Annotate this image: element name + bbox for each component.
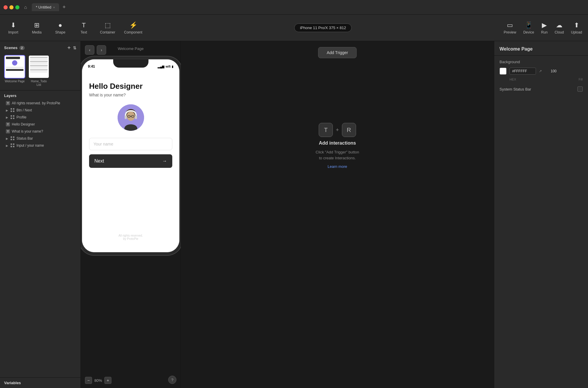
scenes-header: Scenes 2 + ⇅	[0, 41, 81, 53]
device-button[interactable]: 📱 Device	[523, 21, 534, 34]
bg-hex-value: #FFFFFF	[512, 69, 527, 73]
scenes-label: Scenes	[4, 46, 18, 50]
layer-type-icon-dots	[11, 108, 15, 112]
scene-preview-welcome	[4, 55, 25, 78]
cloud-label: Cloud	[555, 30, 564, 34]
nav-back-button[interactable]: ‹	[85, 45, 94, 55]
device-btn-label: Device	[523, 30, 534, 34]
layer-item-input[interactable]: ▶ Input / your name	[0, 142, 81, 149]
layer-name-input: Input / your name	[16, 143, 44, 148]
import-tool[interactable]: ⬇ Import	[6, 21, 21, 34]
interaction-plus: +	[336, 127, 339, 133]
phone-notch	[113, 59, 148, 68]
svg-rect-7	[135, 116, 137, 119]
toolbar-center: iPhone 11 Pro/X 375 × 812	[151, 24, 495, 32]
component-icon: ⚡	[129, 21, 137, 29]
tab-close-icon[interactable]: ×	[53, 6, 55, 9]
preview-label: Preview	[504, 30, 516, 34]
title-bar: ⌂ * Untitled × +	[0, 0, 588, 15]
maximize-button[interactable]	[15, 5, 19, 9]
phone-name-input[interactable]: Your name	[89, 138, 172, 150]
bg-expand-icon[interactable]: ↗	[539, 69, 542, 73]
layers-section: Layers T All rights reserved. by ProtoPi…	[0, 91, 81, 377]
signal-icon: ▂▄▆	[158, 65, 164, 68]
scenes-add-button[interactable]: +	[67, 45, 71, 51]
bg-labels: HEX Fill	[494, 78, 588, 84]
device-label: iPhone 11 Pro/X 375 × 812	[300, 26, 346, 30]
layer-item-statusbar[interactable]: ▶ Status Bar	[0, 135, 81, 142]
canvas-page-label: Welcome Page	[118, 46, 144, 51]
layer-name-statusbar: Status Bar	[16, 136, 33, 141]
layer-item-btn-next[interactable]: ▶ Btn / Next	[0, 107, 81, 114]
device-icon: 📱	[525, 21, 533, 29]
import-icon: ⬇	[11, 21, 16, 29]
canvas-left: ‹ › Welcome Page 9:41 ▂▄▆ wifi ▮	[81, 41, 181, 388]
preview-button[interactable]: ▭ Preview	[504, 21, 516, 34]
device-badge[interactable]: iPhone 11 Pro/X 375 × 812	[294, 24, 351, 32]
new-tab-button[interactable]: +	[63, 4, 66, 10]
bg-hex-input[interactable]: #FFFFFF	[510, 68, 536, 75]
canvas-nav-toolbar: ‹ ›	[85, 45, 106, 55]
zoom-out-button[interactable]: −	[85, 377, 92, 384]
traffic-lights	[4, 5, 19, 9]
add-trigger-button[interactable]: Add Trigger	[318, 47, 356, 58]
run-label: Run	[541, 30, 548, 34]
phone-avatar-container	[89, 104, 172, 131]
phone-input-placeholder: Your name	[93, 142, 113, 146]
scenes-grid: Welcome Page Home_Todo List	[0, 53, 81, 90]
layer-item-profile[interactable]: ▶ Profile	[0, 114, 81, 121]
layer-type-icon-t-what: T	[6, 129, 10, 133]
scenes-sort-icon[interactable]: ⇅	[73, 46, 76, 50]
phone-next-button[interactable]: Next →	[89, 154, 172, 168]
upload-button[interactable]: ⬆ Upload	[571, 21, 582, 34]
system-status-bar-toggle[interactable]	[577, 86, 583, 92]
media-icon: ⊞	[34, 21, 39, 29]
layer-item-copyright[interactable]: T All rights reserved. by ProtoPie	[0, 100, 81, 107]
run-button[interactable]: ▶ Run	[541, 21, 548, 34]
text-tool[interactable]: T Text	[76, 21, 91, 34]
layer-arrow-icon-input: ▶	[6, 144, 8, 147]
canvas-wrapper: ‹ › Welcome Page 9:41 ▂▄▆ wifi ▮	[81, 41, 494, 388]
layer-name-profile: Profile	[16, 115, 26, 119]
layer-type-icon-dots-status	[11, 136, 15, 141]
layer-type-icon-dots-input	[11, 143, 15, 148]
main-area: Scenes 2 + ⇅ Welcome Page	[0, 41, 588, 388]
phone-footer-line2: by ProtoPie	[89, 237, 172, 240]
canvas-zoom-controls: − 80% +	[85, 377, 111, 384]
close-button[interactable]	[4, 5, 8, 9]
upload-label: Upload	[571, 30, 582, 34]
help-button[interactable]: ?	[168, 376, 176, 384]
status-bar-label: System Status Bar	[500, 87, 531, 91]
scenes-count: 2	[19, 46, 25, 50]
right-panel: Welcome Page Background #FFFFFF ↗ 100 HE…	[494, 41, 588, 388]
zoom-in-button[interactable]: +	[104, 377, 111, 384]
text-label: Text	[81, 30, 87, 34]
learn-more-link[interactable]: Learn more	[328, 164, 347, 169]
scene-label-todo: Home_Todo List	[28, 80, 49, 87]
cloud-button[interactable]: ☁ Cloud	[555, 21, 564, 34]
phone-btn-arrow: →	[162, 158, 167, 164]
container-tool[interactable]: ⬚ Container	[100, 21, 115, 34]
layer-arrow-icon-profile: ▶	[6, 116, 8, 119]
scene-thumb-welcome[interactable]: Welcome Page	[4, 55, 25, 87]
nav-forward-button[interactable]: ›	[97, 45, 106, 55]
phone-title: Hello Designer	[89, 82, 172, 91]
layer-type-icon-t: T	[6, 101, 10, 105]
scene-preview-todo	[28, 55, 49, 78]
component-tool[interactable]: ⚡ Component	[124, 21, 142, 34]
help-icon: ?	[171, 378, 173, 382]
layer-item-hello[interactable]: T Hello Designer	[0, 121, 81, 128]
phone-frame: 9:41 ▂▄▆ wifi ▮ Hello Designer What is y…	[81, 59, 180, 253]
untitled-tab[interactable]: * Untitled ×	[32, 3, 59, 11]
layer-item-whatisyourname[interactable]: T What is your name?	[0, 128, 81, 135]
home-icon[interactable]: ⌂	[24, 5, 27, 10]
canvas-right: Add Trigger T + R Add interactions Click…	[181, 41, 494, 388]
scene-thumb-todo[interactable]: Home_Todo List	[28, 55, 49, 87]
phone-avatar	[118, 104, 144, 131]
shape-tool[interactable]: ● Shape	[53, 21, 68, 34]
import-label: Import	[8, 30, 18, 34]
media-tool[interactable]: ⊞ Media	[29, 21, 44, 34]
bg-color-swatch[interactable]	[500, 68, 507, 75]
minimize-button[interactable]	[9, 5, 14, 9]
media-label: Media	[32, 30, 42, 34]
